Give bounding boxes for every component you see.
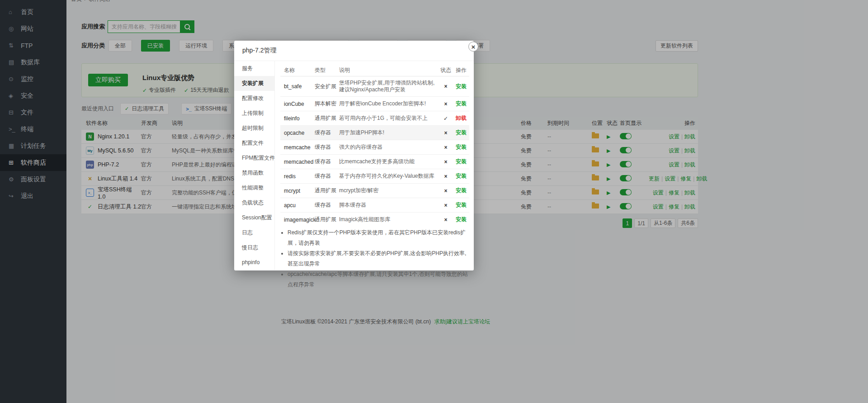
ext-name: imagemagick: [280, 217, 315, 223]
ext-action: 安装: [453, 216, 469, 223]
ext-action: 安装: [453, 129, 469, 137]
ext-type: 缓存器: [315, 158, 339, 166]
modal-tab-5[interactable]: 配置文件: [234, 136, 274, 151]
ext-row: apcu缓存器脚本缓存器×安装: [280, 198, 469, 213]
ext-row: opcache缓存器用于加速PHP脚本!×安装: [280, 126, 469, 140]
ext-action: 安装: [453, 187, 469, 194]
modal-tab-12[interactable]: 慢日志: [234, 240, 274, 255]
ext-type: 安全扩展: [315, 83, 339, 90]
modal-title: php-7.2管理: [242, 47, 276, 55]
screen: ⌂首页◎网站⇅FTP▤数据库⊙监控◈安全⊟文件>_终端▦计划任务⊞软件商店⚙面板…: [0, 0, 868, 403]
check-icon: ✓: [443, 115, 448, 122]
modal-tabs: 服务安装扩展配置修改上传限制超时限制配置文件FPM配置文件禁用函数性能调整负载状…: [234, 61, 275, 270]
modal-tab-2[interactable]: 配置修改: [234, 91, 274, 106]
ext-description: Imagick高性能图形库: [339, 216, 439, 223]
php-manage-modal: × php-7.2管理 服务安装扩展配置修改上传限制超时限制配置文件FPM配置文…: [234, 41, 474, 270]
ext-name: ionCube: [280, 101, 315, 107]
ext-type: 脚本解密: [315, 100, 339, 108]
cross-icon: ×: [444, 83, 447, 90]
ext-status: ×: [439, 130, 453, 136]
modal-tab-13[interactable]: phpinfo: [234, 255, 274, 270]
ext-action-link[interactable]: 安装: [456, 202, 467, 208]
ext-description: 用于加速PHP脚本!: [339, 129, 439, 136]
ext-description: 基于内存亦可持久化的Key-Value数据库: [339, 173, 439, 180]
ext-description: 若可用内存小于1G，可能会安装不上: [339, 115, 439, 122]
ext-action-link[interactable]: 安装: [456, 100, 467, 107]
cross-icon: ×: [444, 159, 447, 165]
ext-status: ×: [439, 101, 453, 107]
ext-column-header-3: 状态: [439, 66, 453, 74]
ext-action-link[interactable]: 安装: [456, 187, 467, 194]
ext-action-link[interactable]: 卸载: [456, 115, 467, 121]
modal-tab-7[interactable]: 禁用函数: [234, 166, 274, 180]
ext-column-header-0: 名称: [280, 66, 315, 74]
ext-row: fileinfo通用扩展若可用内存小于1G，可能会安装不上✓卸载: [280, 111, 469, 126]
ext-row: mcrypt通用扩展mcrypt加密/解密×安装: [280, 184, 469, 198]
ext-column-header-2: 说明: [339, 66, 439, 74]
ext-description: 比memcache支持更多高级功能: [339, 158, 439, 165]
ext-type: 通用扩展: [315, 114, 339, 122]
ext-description: 堡塔PHP安全扩展,用于增强防跨站机制,建议Nginx/Apache用户安装: [339, 80, 439, 93]
ext-name: bt_safe: [280, 83, 315, 90]
close-icon[interactable]: ×: [468, 42, 478, 52]
modal-tab-4[interactable]: 超时限制: [234, 121, 274, 136]
ext-row: ionCube脚本解密用于解密ionCube Encoder加密脚本!×安装: [280, 97, 469, 111]
ext-notes: Redis扩展仅支持一个PHP版本安装使用，若在其它PHP版本已安装redis扩…: [288, 228, 469, 290]
modal-tab-0[interactable]: 服务: [234, 61, 274, 76]
ext-note: 请按实际需求安装扩展,不要安装不必要的PHP扩展,这会影响PHP执行效率,甚至出…: [288, 248, 469, 269]
modal-tab-11[interactable]: 日志: [234, 225, 274, 240]
modal-tab-6[interactable]: FPM配置文件: [234, 151, 274, 166]
ext-row: memcached缓存器比memcache支持更多高级功能×安装: [280, 155, 469, 169]
ext-status: ×: [439, 202, 453, 209]
ext-description: mcrypt加密/解密: [339, 187, 439, 194]
modal-tab-9[interactable]: 负载状态: [234, 195, 274, 210]
ext-description: 脚本缓存器: [339, 202, 439, 209]
ext-table-scroll[interactable]: bt_safe安全扩展堡塔PHP安全扩展,用于增强防跨站机制,建议Nginx/A…: [280, 76, 469, 223]
ext-type: 通用扩展: [315, 187, 339, 194]
ext-status: ✓: [439, 115, 453, 122]
ext-type: 缓存器: [315, 201, 339, 209]
ext-name: memcached: [280, 159, 315, 165]
ext-row: memcache缓存器强大的内容缓存器×安装: [280, 140, 469, 155]
ext-column-header-4: 操作: [453, 66, 469, 74]
cross-icon: ×: [444, 101, 447, 107]
ext-row: imagemagick通用扩展Imagick高性能图形库×安装: [280, 213, 469, 223]
modal-tab-3[interactable]: 上传限制: [234, 106, 274, 121]
ext-status: ×: [439, 159, 453, 165]
ext-status: ×: [439, 144, 453, 151]
ext-action-link[interactable]: 安装: [456, 216, 467, 223]
ext-name: fileinfo: [280, 115, 315, 122]
modal-tab-8[interactable]: 性能调整: [234, 180, 274, 195]
ext-row: bt_safe安全扩展堡塔PHP安全扩展,用于增强防跨站机制,建议Nginx/A…: [280, 76, 469, 97]
ext-status: ×: [439, 83, 453, 90]
ext-action-link[interactable]: 安装: [456, 173, 467, 179]
modal-tab-10[interactable]: Session配置: [234, 210, 274, 225]
ext-status: ×: [439, 173, 453, 180]
ext-name: opcache: [280, 130, 315, 136]
modal-content: 名称类型说明状态操作 bt_safe安全扩展堡塔PHP安全扩展,用于增强防跨站机…: [275, 61, 474, 270]
cross-icon: ×: [444, 130, 447, 136]
ext-description: 用于解密ionCube Encoder加密脚本!: [339, 100, 439, 107]
modal-body: 服务安装扩展配置修改上传限制超时限制配置文件FPM配置文件禁用函数性能调整负载状…: [234, 61, 474, 270]
ext-type: 通用扩展: [315, 216, 339, 223]
ext-action-link[interactable]: 安装: [456, 83, 467, 90]
ext-type: 缓存器: [315, 143, 339, 151]
ext-action-link[interactable]: 安装: [456, 129, 467, 136]
ext-action: 安装: [453, 83, 469, 90]
cross-icon: ×: [444, 173, 447, 180]
ext-note: Redis扩展仅支持一个PHP版本安装使用，若在其它PHP版本已安装redis扩…: [288, 228, 469, 248]
ext-action: 安装: [453, 143, 469, 151]
ext-column-header-1: 类型: [315, 66, 339, 74]
ext-action-link[interactable]: 安装: [456, 158, 467, 165]
cross-icon: ×: [444, 188, 447, 194]
ext-name: mcrypt: [280, 188, 315, 194]
cross-icon: ×: [444, 202, 447, 209]
ext-action: 卸载: [453, 114, 469, 122]
ext-status: ×: [439, 217, 453, 223]
ext-type: 缓存器: [315, 172, 339, 180]
ext-table-body: bt_safe安全扩展堡塔PHP安全扩展,用于增强防跨站机制,建议Nginx/A…: [280, 76, 469, 223]
ext-action-link[interactable]: 安装: [456, 144, 467, 150]
ext-action: 安装: [453, 172, 469, 180]
cross-icon: ×: [444, 144, 447, 151]
modal-tab-1[interactable]: 安装扩展: [234, 76, 274, 91]
